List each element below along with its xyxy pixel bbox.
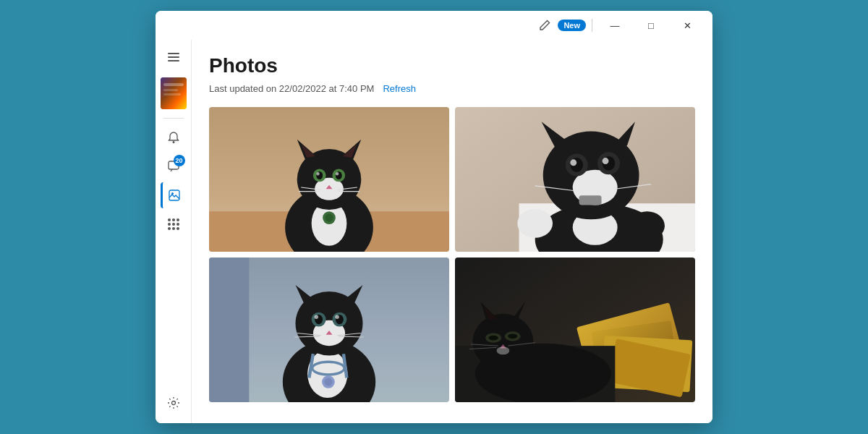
new-badge[interactable]: New <box>558 20 586 31</box>
svg-point-57 <box>324 378 332 386</box>
svg-point-31 <box>325 214 333 222</box>
sidebar-menu-button[interactable] <box>161 44 187 70</box>
svg-rect-52 <box>209 258 249 402</box>
sidebar-notification-button[interactable] <box>161 124 187 150</box>
main-window: New — □ ✕ <box>156 11 712 423</box>
page-title: Photos <box>209 54 695 77</box>
svg-point-66 <box>315 315 319 320</box>
title-bar-right: New — □ ✕ <box>535 14 704 37</box>
photo-3[interactable] <box>209 258 449 402</box>
close-button[interactable]: ✕ <box>671 14 704 37</box>
minimize-button[interactable]: — <box>598 14 631 37</box>
main-content: Photos Last updated on 22/02/2022 at 7:4… <box>192 40 712 423</box>
sidebar-photos-button[interactable] <box>161 182 187 208</box>
last-updated-text: Last updated on 22/02/2022 at 7:40 PM <box>209 83 374 94</box>
grid-dots-icon <box>168 218 179 230</box>
svg-point-67 <box>335 315 339 320</box>
sidebar-top: 20 <box>161 44 187 387</box>
svg-rect-48 <box>579 195 602 205</box>
sidebar-bottom <box>161 390 187 423</box>
svg-point-87 <box>508 334 517 339</box>
svg-point-45 <box>603 158 609 164</box>
sidebar: 20 <box>156 40 192 423</box>
svg-point-23 <box>316 172 319 175</box>
photo-1[interactable] <box>209 107 449 252</box>
svg-rect-2 <box>163 89 178 91</box>
sidebar-chat-button[interactable]: 20 <box>161 153 187 179</box>
svg-point-47 <box>629 211 665 240</box>
title-bar-divider <box>592 19 592 32</box>
svg-point-92 <box>497 346 510 354</box>
refresh-button[interactable]: Refresh <box>383 83 416 94</box>
svg-point-24 <box>336 172 339 175</box>
sidebar-settings-button[interactable] <box>161 390 187 416</box>
svg-rect-1 <box>163 83 184 86</box>
svg-point-44 <box>570 159 576 166</box>
photo-2[interactable] <box>455 107 695 252</box>
sidebar-divider-1 <box>163 118 184 119</box>
svg-point-86 <box>488 336 498 341</box>
sidebar-apps-button[interactable] <box>161 211 187 237</box>
window-body: 20 <box>156 40 712 423</box>
title-bar: New — □ ✕ <box>156 11 712 40</box>
update-row: Last updated on 22/02/2022 at 7:40 PM Re… <box>209 83 695 94</box>
svg-point-8 <box>171 401 175 405</box>
photo-4[interactable] <box>455 258 695 402</box>
maximize-button[interactable]: □ <box>634 14 668 37</box>
photos-grid <box>209 107 695 402</box>
svg-point-46 <box>517 209 553 238</box>
svg-rect-3 <box>163 93 181 95</box>
edit-icon[interactable] <box>535 15 555 35</box>
chat-badge: 20 <box>174 155 185 166</box>
svg-point-7 <box>171 192 174 195</box>
svg-point-4 <box>172 141 174 143</box>
sidebar-thumbnail[interactable] <box>161 77 187 109</box>
hamburger-icon <box>168 53 179 61</box>
svg-point-80 <box>472 314 533 370</box>
